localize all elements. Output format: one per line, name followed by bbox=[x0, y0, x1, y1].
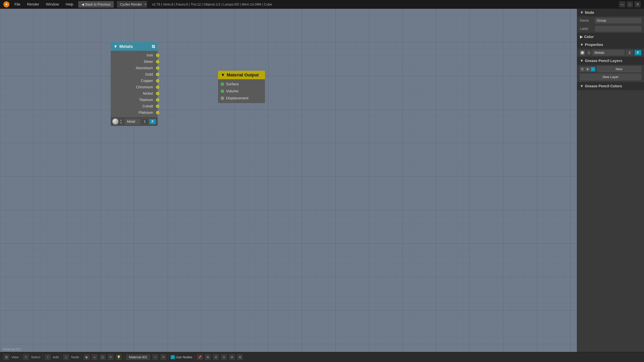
node-label-field[interactable] bbox=[595, 26, 641, 31]
close-button[interactable]: ✕ bbox=[634, 1, 641, 7]
socket-nickel[interactable] bbox=[156, 92, 159, 95]
gp-layers-title: Grease Pencil Layers bbox=[585, 59, 622, 63]
back-to-previous-button[interactable]: ◀ Back to Previous bbox=[78, 1, 114, 7]
separator-4 bbox=[81, 354, 82, 360]
prop-stepper-icon[interactable]: ⇅ bbox=[586, 50, 591, 55]
prop-sphere-icon bbox=[580, 50, 585, 55]
back-icon: ◀ bbox=[82, 2, 84, 6]
grease-pencil-colors-header[interactable]: ▼ Grease Pencil Colors bbox=[577, 82, 644, 90]
output-row-volume: Volume bbox=[218, 88, 265, 95]
gp-new-layer-button[interactable]: New Layer bbox=[580, 73, 641, 80]
bottom-bar: ⊞ View ↖ Select + Add ◇ Node ◉ 🔺 ◫ ☀ 💡 M… bbox=[0, 352, 644, 362]
separator-1 bbox=[21, 354, 21, 360]
material-icon-bottom[interactable]: ◉ bbox=[84, 354, 90, 360]
maximize-button[interactable]: □ bbox=[627, 1, 633, 7]
socket-cobalt[interactable] bbox=[156, 105, 159, 108]
socket-iron[interactable] bbox=[156, 54, 159, 57]
gp-star-icon[interactable]: ★ bbox=[585, 67, 590, 71]
node-copy-icon[interactable]: ⧉ bbox=[152, 44, 155, 49]
env-icon[interactable]: ☀ bbox=[108, 354, 114, 360]
use-nodes-checkbox[interactable]: ✓ bbox=[171, 355, 175, 359]
menu-help[interactable]: Help bbox=[64, 1, 75, 7]
snap-icon[interactable]: ⊕ bbox=[205, 354, 211, 360]
minimize-button[interactable]: — bbox=[619, 1, 625, 7]
use-nodes-toggle[interactable]: ✓ Use Nodes bbox=[171, 355, 192, 359]
prop-mat-num[interactable]: 2 bbox=[626, 50, 633, 55]
prop-mat-name[interactable]: Metals bbox=[593, 50, 624, 55]
material-fake-user-button[interactable]: F bbox=[149, 119, 156, 124]
metals-node-body: Iron Silver Aluminium Gold Copper Chromi… bbox=[111, 51, 158, 117]
properties-section-title: Properties bbox=[585, 42, 603, 47]
socket-label-nickel: Nickel bbox=[143, 91, 153, 96]
more-icon-1[interactable]: ⊘ bbox=[213, 354, 219, 360]
node-row-nickel: Nickel bbox=[111, 90, 158, 97]
output-row-surface: Surface bbox=[218, 81, 265, 88]
more-icon-4[interactable]: ⊕ bbox=[237, 354, 243, 360]
metals-node: ▼ Metals ⧉ Iron Silver Aluminium Gold bbox=[111, 42, 158, 126]
socket-platnium[interactable] bbox=[156, 111, 159, 114]
gp-new-button[interactable]: New bbox=[597, 66, 641, 72]
grease-pencil-layers-header[interactable]: ▼ Grease Pencil Layers bbox=[577, 57, 644, 65]
svg-point-1 bbox=[6, 3, 7, 5]
prop-fake-user-button[interactable]: F bbox=[634, 50, 641, 55]
menu-file[interactable]: File bbox=[13, 1, 22, 7]
properties-section-arrow: ▼ bbox=[580, 42, 584, 47]
socket-silver[interactable] bbox=[156, 60, 159, 63]
material-name-bottom[interactable]: Material.001 bbox=[126, 355, 150, 360]
gp-edit-icon[interactable]: ✎ bbox=[580, 67, 585, 71]
socket-label-gold: Gold bbox=[145, 72, 153, 77]
metals-node-header[interactable]: ▼ Metals ⧉ bbox=[111, 42, 158, 51]
socket-label-chromium: Chromium bbox=[136, 85, 153, 89]
socket-volume[interactable] bbox=[221, 89, 224, 93]
more-icon-3[interactable]: ⊗ bbox=[229, 354, 235, 360]
right-panel: ▼ Node Name Group Label ▶ Color ▼ Proper… bbox=[577, 9, 644, 352]
mat-remove-button[interactable]: ✕ bbox=[160, 354, 166, 360]
select-label: Select bbox=[31, 355, 40, 359]
socket-surface[interactable] bbox=[221, 82, 224, 86]
socket-label-silver: Silver bbox=[144, 59, 153, 64]
mat-add-button[interactable]: + bbox=[152, 354, 158, 360]
color-section: ▶ Color bbox=[577, 33, 644, 41]
output-row-displacement: Displacement bbox=[218, 95, 265, 102]
select-icon[interactable]: ↖ bbox=[23, 354, 29, 360]
shader-icon[interactable]: 🔺 bbox=[92, 354, 98, 360]
material-stepper[interactable]: ▲ ▼ bbox=[120, 119, 123, 124]
grease-pencil-layers-section: ▼ Grease Pencil Layers ✎ ★ + New New Lay… bbox=[577, 57, 644, 82]
material-output-header[interactable]: ▼ Material Output bbox=[218, 71, 265, 79]
color-section-header[interactable]: ▶ Color bbox=[577, 33, 644, 41]
material-name-field[interactable]: Metal bbox=[125, 119, 140, 124]
node-icon[interactable]: ◇ bbox=[63, 354, 69, 360]
output-collapse-arrow[interactable]: ▼ bbox=[221, 72, 225, 78]
properties-section-header[interactable]: ▼ Properties bbox=[577, 41, 644, 49]
render-engine-select[interactable]: Cycles Render bbox=[117, 1, 147, 7]
socket-copper[interactable] bbox=[156, 79, 159, 82]
node-row-copper: Copper bbox=[111, 78, 158, 84]
socket-aluminium[interactable] bbox=[156, 66, 159, 70]
socket-label-displacement: Displacement bbox=[226, 96, 248, 100]
node-editor[interactable]: ▼ Metals ⧉ Iron Silver Aluminium Gold bbox=[0, 9, 577, 352]
texture-icon[interactable]: ◫ bbox=[100, 354, 106, 360]
gp-layers-icons: ✎ ★ + bbox=[580, 67, 595, 71]
properties-mat-row: ⇅ Metals 2 F bbox=[577, 49, 644, 57]
socket-chromium[interactable] bbox=[156, 85, 159, 89]
node-name-field[interactable]: Group bbox=[595, 18, 641, 23]
status-material-name: Material.001 bbox=[3, 348, 21, 351]
separator-5 bbox=[124, 354, 124, 360]
gp-add-icon[interactable]: + bbox=[591, 67, 595, 71]
socket-titanium[interactable] bbox=[156, 98, 159, 102]
node-collapse-arrow[interactable]: ▼ bbox=[113, 44, 118, 49]
material-users-count[interactable]: 2 bbox=[141, 119, 148, 124]
pin-icon[interactable]: 📌 bbox=[197, 354, 203, 360]
add-icon[interactable]: + bbox=[45, 354, 51, 360]
node-section-header[interactable]: ▼ Node bbox=[577, 9, 644, 16]
menu-window[interactable]: Window bbox=[44, 1, 61, 7]
socket-gold[interactable] bbox=[156, 73, 159, 76]
node-row-silver: Silver bbox=[111, 58, 158, 65]
socket-label-aluminium: Aluminium bbox=[136, 66, 153, 70]
more-icon-2[interactable]: ⊙ bbox=[221, 354, 227, 360]
menu-render[interactable]: Render bbox=[25, 1, 41, 7]
view-mode-icon[interactable]: ⊞ bbox=[3, 354, 10, 360]
socket-displacement[interactable] bbox=[221, 96, 224, 100]
node-section-title: Node bbox=[585, 10, 594, 15]
lamp-icon[interactable]: 💡 bbox=[116, 354, 122, 360]
